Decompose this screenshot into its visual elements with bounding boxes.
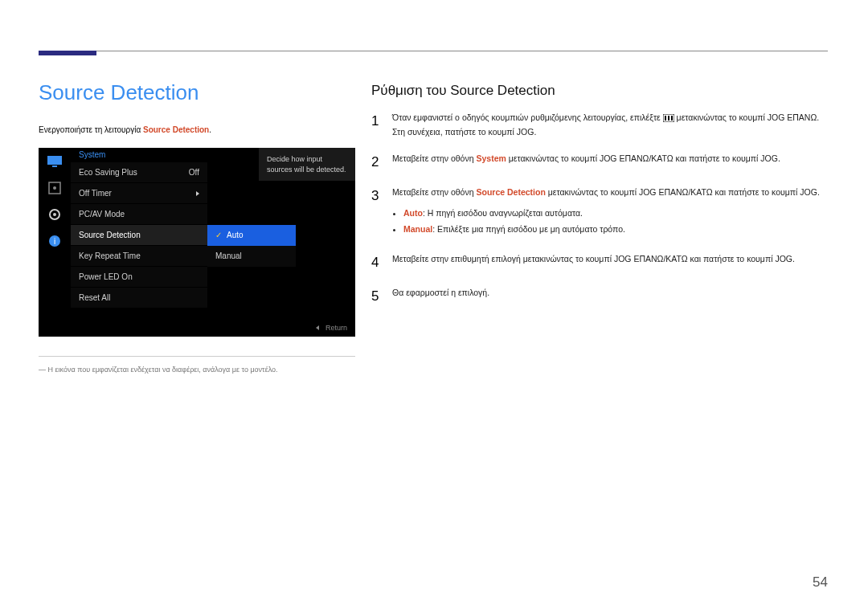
osd-sub-auto[interactable]: ✓ Auto	[207, 225, 296, 246]
osd-item-label: Source Detection	[79, 225, 141, 246]
page-number: 54	[813, 574, 828, 591]
svg-text:i: i	[54, 237, 55, 246]
osd-item-keyrepeat[interactable]: Key Repeat Time	[71, 246, 207, 267]
step-number: 5	[371, 286, 381, 307]
svg-rect-10	[668, 116, 669, 121]
osd-item-label: Off Timer	[79, 183, 112, 204]
page: Source Detection Ενεργοποιήστε τη λειτου…	[0, 0, 868, 613]
bullet-item: Manual: Επιλέξτε μια πηγή εισόδου με μη …	[403, 223, 833, 235]
osd-item-label: Reset All	[79, 288, 110, 309]
step-body: Θα εφαρμοστεί η επιλογή.	[392, 286, 833, 307]
step-body: Όταν εμφανιστεί ο οδηγός κουμπιών ρυθμιζ…	[392, 111, 833, 139]
info-icon[interactable]: i	[39, 227, 71, 254]
osd-item-source-detection[interactable]: Source Detection	[71, 225, 207, 246]
caption-rule	[39, 356, 355, 357]
osd-return-label: Return	[326, 324, 347, 332]
intro-prefix: Ενεργοποιήστε τη λειτουργία	[39, 125, 143, 134]
osd-caption: Η εικόνα που εμφανίζεται ενδέχεται να δι…	[39, 366, 278, 374]
step-3: 3 Μεταβείτε στην οθόνη Source Detection …	[371, 186, 833, 239]
step-2: 2 Μεταβείτε στην οθόνη System μετακινώντ…	[371, 152, 833, 173]
osd-item-label: Key Repeat Time	[79, 246, 141, 267]
svg-rect-11	[671, 116, 673, 121]
osd-item-label: PC/AV Mode	[79, 204, 125, 225]
bullet-strong: Auto	[403, 208, 423, 218]
chevron-right-icon	[196, 191, 199, 196]
osd-item-powerled[interactable]: Power LED On	[71, 267, 207, 288]
osd-sidebar: i	[39, 148, 71, 337]
monitor-icon[interactable]	[39, 148, 71, 174]
intro-suffix: .	[209, 125, 211, 134]
osd-item-resetall[interactable]: Reset All	[71, 288, 207, 309]
osd-item-label: Power LED On	[79, 267, 133, 288]
check-icon: ✓	[215, 225, 222, 246]
step-number: 4	[371, 252, 381, 273]
osd-description: Decide how input sources will be detecte…	[259, 148, 355, 181]
svg-point-5	[53, 213, 56, 216]
gear-icon[interactable]	[39, 201, 71, 227]
osd-item-label: Eco Saving Plus	[79, 162, 137, 183]
osd-header-title: System	[79, 150, 105, 159]
steps-list: 1 Όταν εμφανιστεί ο οδηγός κουμπιών ρυθμ…	[371, 111, 833, 320]
step-4: 4 Μεταβείτε στην επιθυμητή επιλογή μετακ…	[371, 252, 833, 273]
osd-item-value: Off	[189, 162, 199, 183]
step-text: μετακινώντας το κουμπί JOG ΕΠΑΝΩ/ΚΑΤΩ κα…	[506, 153, 780, 163]
triangle-left-icon	[316, 325, 319, 330]
step-text: μετακινώντας το κουμπί JOG ΕΠΑΝΩ/ΚΑΤΩ κα…	[546, 187, 820, 197]
bullet-strong: Manual	[403, 224, 432, 234]
page-title: Source Detection	[39, 80, 199, 105]
step-text: Θα εφαρμοστεί η επιλογή.	[392, 288, 489, 297]
step-number: 3	[371, 186, 381, 239]
step-text: Μεταβείτε στην επιθυμητή επιλογή μετακιν…	[392, 254, 795, 264]
osd-menu: Eco Saving Plus Off Off Timer PC/AV Mode…	[71, 162, 207, 309]
step-1: 1 Όταν εμφανιστεί ο οδηγός κουμπιών ρυθμ…	[371, 111, 833, 139]
osd-sub-label: Manual	[215, 246, 242, 267]
osd-sub-label: Auto	[227, 225, 244, 246]
bullet-item: Auto: Η πηγή εισόδου αναγνωρίζεται αυτόμ…	[403, 206, 833, 219]
step-number: 1	[371, 111, 381, 139]
step-5: 5 Θα εφαρμοστεί η επιλογή.	[371, 286, 833, 307]
osd-submenu: ✓ Auto Manual	[207, 225, 296, 267]
osd-item-eco[interactable]: Eco Saving Plus Off	[71, 162, 207, 183]
step-strong: Source Detection	[476, 187, 545, 197]
step-number: 2	[371, 152, 381, 173]
intro-text: Ενεργοποιήστε τη λειτουργία Source Detec…	[39, 125, 211, 134]
step-strong: System	[476, 153, 506, 163]
bullet-list: Auto: Η πηγή εισόδου αναγνωρίζεται αυτόμ…	[392, 206, 833, 236]
osd-footer: Return	[316, 324, 347, 332]
header-accent	[39, 51, 96, 55]
osd-item-pcav[interactable]: PC/AV Mode	[71, 204, 207, 225]
bullet-text: : Η πηγή εισόδου αναγνωρίζεται αυτόματα.	[423, 208, 583, 218]
step-body: Μεταβείτε στην οθόνη System μετακινώντας…	[392, 152, 833, 173]
svg-point-3	[53, 186, 56, 190]
osd-item-offtimer[interactable]: Off Timer	[71, 183, 207, 204]
step-body: Μεταβείτε στην οθόνη Source Detection με…	[392, 186, 833, 239]
osd-sub-manual[interactable]: Manual	[207, 246, 296, 267]
svg-rect-1	[52, 166, 57, 167]
menu-icon	[663, 112, 674, 125]
bullet-text: : Επιλέξτε μια πηγή εισόδου με μη αυτόμα…	[432, 224, 625, 234]
step-body: Μεταβείτε στην επιθυμητή επιλογή μετακιν…	[392, 252, 833, 273]
svg-rect-0	[47, 156, 62, 165]
step-text: Μεταβείτε στην οθόνη	[392, 187, 476, 197]
section-title: Ρύθμιση του Source Detection	[371, 83, 555, 99]
svg-rect-9	[665, 116, 666, 121]
intro-strong: Source Detection	[143, 125, 209, 134]
picture-icon[interactable]	[39, 174, 71, 201]
step-text: Όταν εμφανιστεί ο οδηγός κουμπιών ρυθμιζ…	[392, 112, 663, 122]
osd-panel: i System Decide how input sources will b…	[39, 148, 355, 337]
step-text: Μεταβείτε στην οθόνη	[392, 153, 476, 163]
header-rule	[39, 51, 828, 62]
